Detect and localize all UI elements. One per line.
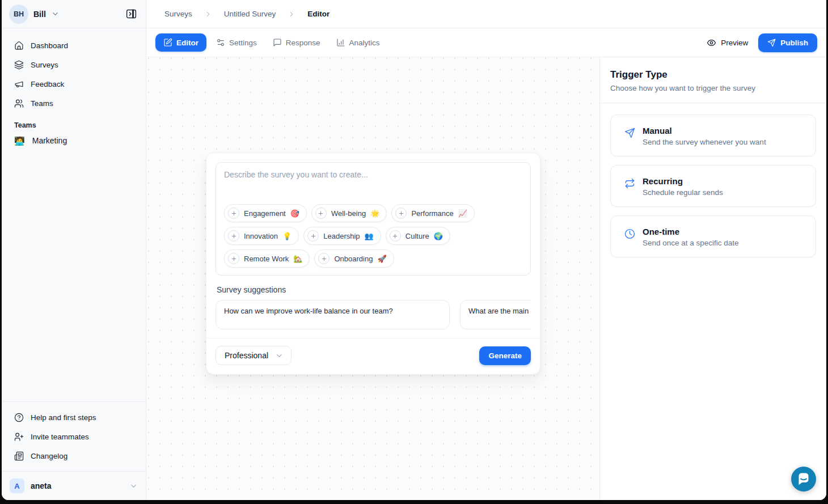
teams-section-label: Teams [2, 121, 146, 129]
user-plus-icon [14, 432, 24, 442]
survey-suggestions: How can we improve work-life balance in … [216, 300, 531, 329]
trigger-panel-header: Trigger Type Choose how you want to trig… [600, 57, 826, 103]
plus-icon [395, 207, 407, 219]
trigger-option-one-time[interactable]: One-time Send once at a specific date [610, 215, 816, 257]
account-avatar: A [10, 478, 24, 493]
survey-generator-card: Describe the survey you want to create..… [206, 153, 540, 375]
sidebar-toggle-button[interactable] [123, 6, 139, 22]
survey-suggestion[interactable]: What are the main ob [460, 300, 531, 329]
sidebar-item-surveys[interactable]: Surveys [9, 55, 139, 74]
editor-canvas: Describe the survey you want to create..… [146, 57, 599, 500]
tabs: Editor Settings Response Analyti [155, 33, 386, 52]
topic-chip-leadership[interactable]: Leadership 👥 [303, 227, 381, 245]
sliders-icon [216, 38, 225, 47]
sidebar-item-dashboard[interactable]: Dashboard [9, 36, 139, 55]
publish-button[interactable]: Publish [758, 33, 817, 52]
send-icon [624, 128, 635, 138]
send-icon [767, 39, 776, 47]
breadcrumb-editor: Editor [307, 10, 329, 18]
breadcrumb-surveys[interactable]: Surveys [164, 10, 192, 18]
trigger-options: Manual Send the survey whenever you want… [600, 103, 826, 277]
clock-icon [624, 228, 635, 239]
chevron-down-icon [51, 10, 60, 18]
tab-response[interactable]: Response [267, 33, 327, 52]
workspace-switcher[interactable]: BH Bill [9, 5, 60, 24]
plus-icon [318, 253, 329, 264]
generator-footer: Professional Generate [216, 338, 531, 365]
panel-toggle-icon [125, 8, 137, 20]
plus-icon [315, 207, 327, 219]
sidebar-item-teams[interactable]: Teams [9, 94, 139, 113]
sidebar-spacer [2, 149, 146, 401]
workspace-avatar: BH [9, 5, 28, 24]
layers-icon [14, 60, 24, 70]
sidebar-item-feedback[interactable]: Feedback [9, 74, 139, 94]
topic-chip-culture[interactable]: Culture 🌍 [386, 227, 450, 245]
app-window: BH Bill Dashboard Surveys [2, 0, 826, 500]
content-area: Describe the survey you want to create..… [146, 57, 826, 500]
newspaper-icon [14, 451, 24, 461]
preview-button[interactable]: Preview [707, 38, 748, 48]
survey-prompt-input[interactable]: Describe the survey you want to create..… [216, 162, 531, 276]
chevron-right-icon [288, 10, 295, 18]
sidebar-footer-item-help-and-first-steps[interactable]: Help and first steps [9, 408, 139, 427]
header-actions: Preview Publish [707, 33, 817, 52]
bar-chart-icon [336, 38, 345, 47]
prompt-placeholder: Describe the survey you want to create..… [224, 170, 522, 179]
tone-select[interactable]: Professional [216, 346, 292, 365]
tab-bar: Editor Settings Response Analyti [146, 28, 826, 57]
account-name: aneta [31, 481, 52, 490]
breadcrumb-untitled-survey[interactable]: Untitled Survey [224, 10, 276, 18]
help-circle-icon [14, 413, 24, 422]
chevron-right-icon [204, 10, 212, 18]
home-icon [14, 41, 24, 50]
plus-icon [228, 253, 239, 264]
topic-chip-remote-work[interactable]: Remote Work 🏡 [224, 249, 310, 268]
panel-subtitle: Choose how you want to trigger the surve… [610, 84, 813, 92]
eye-icon [707, 38, 716, 48]
plus-icon [228, 230, 239, 242]
survey-suggestion[interactable]: How can we improve work-life balance in … [216, 300, 450, 329]
repeat-icon [624, 178, 635, 189]
plus-icon [307, 230, 319, 242]
topic-chip-onboarding[interactable]: Onboarding 🚀 [314, 249, 394, 268]
topic-chips: Engagement 🎯 Well-being 🌟 [224, 204, 522, 268]
sidebar-nav: Dashboard Surveys Feedback Teams [2, 28, 146, 113]
topic-chip-performance[interactable]: Performance 📈 [391, 204, 475, 222]
tab-analytics[interactable]: Analytics [330, 33, 386, 52]
message-square-icon [273, 38, 282, 47]
sidebar-footer-item-changelog[interactable]: Changelog [9, 446, 139, 465]
marketing-team-label: Marketing [32, 136, 67, 145]
chevron-down-icon [275, 351, 284, 360]
trigger-option-manual[interactable]: Manual Send the survey whenever you want [610, 115, 816, 156]
sidebar-item-marketing[interactable]: 🧑‍💻 Marketing [9, 133, 139, 149]
workspace-name: Bill [33, 10, 46, 19]
topic-chip-well-being[interactable]: Well-being 🌟 [311, 204, 387, 222]
panel-title: Trigger Type [610, 69, 813, 81]
plus-icon [228, 207, 239, 219]
users-icon [14, 99, 24, 108]
chevron-down-icon [129, 482, 138, 490]
generate-button[interactable]: Generate [479, 346, 531, 365]
topic-chip-innovation[interactable]: Innovation 💡 [224, 227, 299, 245]
survey-suggestions-label: Survey suggestions [217, 285, 530, 294]
trigger-type-panel: Trigger Type Choose how you want to trig… [599, 57, 826, 500]
main-area: Surveys Untitled Survey Editor Editor Se… [146, 0, 826, 500]
chat-launcher-button[interactable] [791, 467, 816, 492]
tab-settings[interactable]: Settings [210, 33, 263, 52]
sidebar-footer-item-invite-teammates[interactable]: Invite teammates [9, 427, 139, 446]
megaphone-icon [14, 79, 24, 89]
tab-editor[interactable]: Editor [155, 33, 206, 52]
marketing-team-emoji: 🧑‍💻 [14, 137, 25, 145]
sidebar-footer-nav: Help and first steps Invite teammates Ch… [2, 401, 146, 471]
breadcrumb: Surveys Untitled Survey Editor [146, 0, 826, 28]
account-menu[interactable]: A aneta [2, 471, 146, 500]
square-pen-icon [163, 38, 172, 47]
plus-icon [390, 230, 401, 242]
topic-chip-engagement[interactable]: Engagement 🎯 [224, 204, 307, 222]
chat-bubble-icon [791, 467, 816, 492]
sidebar: BH Bill Dashboard Surveys [2, 0, 146, 500]
sidebar-header: BH Bill [2, 0, 146, 28]
trigger-option-recurring[interactable]: Recurring Schedule regular sends [610, 165, 816, 207]
